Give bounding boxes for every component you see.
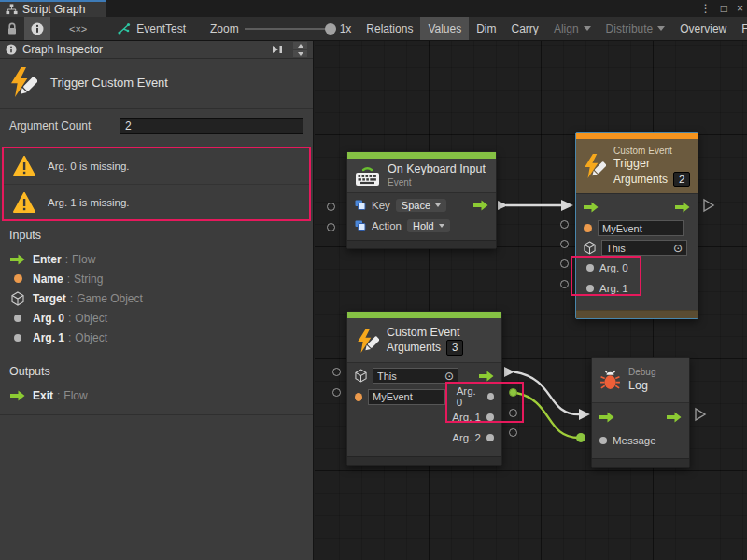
dim-button[interactable]: Dim <box>469 17 503 40</box>
flow-output-port[interactable] <box>479 371 494 382</box>
port-trigger-name[interactable] <box>560 220 569 229</box>
section-divider <box>0 414 313 415</box>
port-receiver-arg2[interactable] <box>509 428 517 437</box>
object-port-icon <box>599 437 607 444</box>
tab-script-graph[interactable]: Script Graph <box>0 0 106 17</box>
graph-breadcrumb[interactable]: EventTest <box>106 17 193 40</box>
node-trigger-custom-event[interactable]: Custom Event Trigger Arguments 2 MyEvent <box>575 132 698 319</box>
arguments-label: Arguments <box>387 341 441 355</box>
node-on-keyboard-input[interactable]: On Keyboard Input Event Key Space <box>346 151 497 249</box>
object-port-icon <box>487 393 494 400</box>
inspector-toggle-button[interactable] <box>24 17 50 40</box>
arguments-count[interactable]: 2 <box>673 172 690 187</box>
event-name-field[interactable]: MyEvent <box>368 389 445 405</box>
object-port-icon <box>14 315 21 322</box>
window-menu-button[interactable]: ⋮ <box>700 2 712 15</box>
relations-button[interactable]: Relations <box>359 17 420 40</box>
custom-event-icon <box>7 67 37 97</box>
distribute-button[interactable]: Distribute <box>599 17 673 40</box>
graph-inspector-panel: Graph Inspector Trigger Custom Event Arg… <box>0 41 314 560</box>
port-receiver-name[interactable] <box>332 388 341 397</box>
port-receiver-arg0-connected[interactable] <box>509 388 517 397</box>
graph-name: EventTest <box>136 22 186 35</box>
graph-canvas[interactable]: On Keyboard Input Event Key Space <box>315 41 747 560</box>
flow-input-port[interactable] <box>584 202 599 213</box>
window-controls: ⋮ □ × <box>700 0 743 17</box>
lock-icon <box>7 22 18 35</box>
inspector-title: Graph Inspector <box>22 43 265 56</box>
flow-input-port[interactable] <box>599 412 614 423</box>
value-wire <box>516 393 579 438</box>
lock-button[interactable] <box>0 17 24 40</box>
spin-down-button[interactable] <box>293 50 307 57</box>
bug-icon <box>599 370 621 391</box>
window-maximize-button[interactable]: □ <box>721 2 727 15</box>
wire-end-dot <box>576 433 585 442</box>
flow-output-port-triangle <box>704 200 713 211</box>
flow-arrow-icon <box>10 390 25 401</box>
port-trigger-arg1[interactable] <box>560 280 569 288</box>
code-icon: <×> <box>69 23 87 35</box>
node-kicker: Debug <box>628 367 655 379</box>
arg1-label: Arg. 1 <box>452 412 481 423</box>
triangle-down-icon <box>298 52 303 56</box>
port-keyboard-key[interactable] <box>327 203 335 211</box>
flow-output-port[interactable] <box>667 412 682 423</box>
port-row-exit: Exit:Flow <box>0 385 313 405</box>
port-trigger-target[interactable] <box>560 240 569 248</box>
port-receiver-arg1[interactable] <box>509 409 517 417</box>
target-field[interactable]: This ⊙ <box>373 368 458 384</box>
custom-event-icon <box>355 329 379 353</box>
inputs-section: Inputs Enter:Flow Name:String Target:Gam… <box>0 221 313 353</box>
dock-panel-icon[interactable] <box>271 44 284 55</box>
argument-count-input[interactable] <box>120 118 303 134</box>
event-name-field[interactable]: MyEvent <box>598 220 684 236</box>
object-picker-icon[interactable]: ⊙ <box>444 371 454 382</box>
key-dropdown[interactable]: Space <box>396 199 446 212</box>
string-port-icon <box>14 274 22 283</box>
flow-output-port[interactable] <box>675 202 690 213</box>
spin-up-button[interactable] <box>293 42 307 49</box>
zoom-label: Zoom <box>210 22 239 35</box>
script-graph-icon <box>117 22 131 35</box>
window-close-button[interactable]: × <box>737 2 743 15</box>
object-port-icon <box>14 334 21 342</box>
target-field[interactable]: This ⊙ <box>601 240 687 256</box>
node-custom-event[interactable]: Custom Event Arguments 3 This ⊙ <box>346 311 502 466</box>
zoom-slider-handle[interactable] <box>325 23 336 35</box>
object-port-icon <box>586 285 594 292</box>
arguments-count[interactable]: 3 <box>446 340 463 355</box>
port-trigger-arg0[interactable] <box>560 259 569 268</box>
code-view-button[interactable]: <×> <box>62 17 94 40</box>
object-picker-icon[interactable]: ⊙ <box>673 243 683 254</box>
overview-button[interactable]: Overview <box>672 17 734 40</box>
object-port-icon <box>486 413 494 421</box>
node-debug-log[interactable]: Debug Log Message <box>591 357 690 468</box>
tab-label: Script Graph <box>22 3 85 16</box>
flow-output-port-triangle <box>696 409 705 420</box>
values-button[interactable]: Values <box>420 17 469 40</box>
zoom-value: 1x <box>340 22 352 35</box>
zoom-slider[interactable] <box>245 28 334 30</box>
port-receiver-target[interactable] <box>332 368 341 376</box>
arg0-label: Arg. 0 <box>457 385 482 408</box>
event-colorbar <box>576 133 698 139</box>
port-row-arg0: Arg. 0:Object <box>0 308 313 328</box>
flow-wire <box>514 372 579 415</box>
event-colorbar <box>347 312 501 318</box>
port-keyboard-action[interactable] <box>327 223 335 231</box>
align-button[interactable]: Align <box>546 17 599 40</box>
port-row-name: Name:String <box>0 269 313 288</box>
outputs-heading: Outputs <box>9 365 313 378</box>
flow-arrow-icon <box>10 254 25 265</box>
triangle-up-icon <box>298 44 303 48</box>
full-screen-button[interactable]: Full Screen <box>734 17 747 40</box>
action-dropdown[interactable]: Hold <box>407 219 450 232</box>
arg1-label: Arg. 1 <box>599 283 628 294</box>
flow-output-port[interactable] <box>473 200 488 211</box>
inspector-header: Graph Inspector <box>0 41 313 59</box>
wire-start-arrow <box>498 201 508 210</box>
warning-row: Arg. 1 is missing. <box>4 184 309 219</box>
carry-button[interactable]: Carry <box>504 17 546 40</box>
enum-window-icon <box>355 220 366 231</box>
